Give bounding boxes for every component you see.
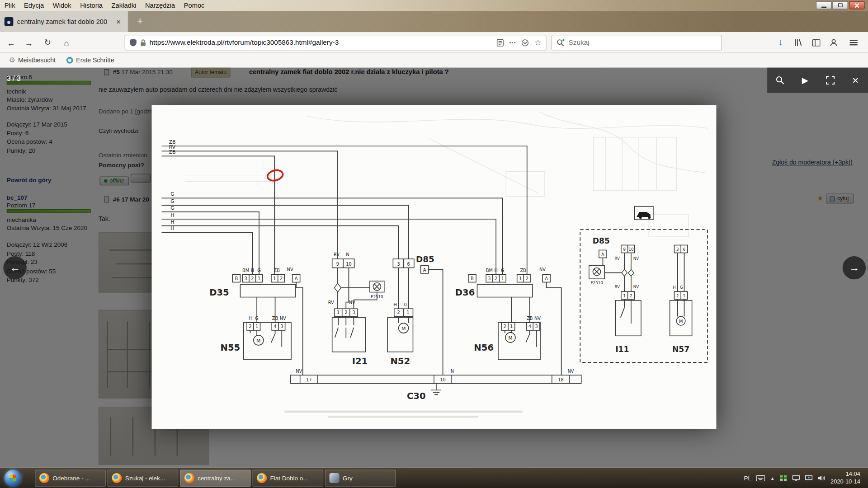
- restore-button[interactable]: [833, 1, 848, 9]
- diagram-label: 3: [280, 324, 283, 329]
- firefox-icon: [112, 473, 122, 483]
- taskbar-app-odebrane[interactable]: Odebrane - ...: [35, 469, 106, 487]
- zoom-button[interactable]: [772, 72, 788, 89]
- bookmark-star-icon[interactable]: ☆: [534, 38, 541, 47]
- taskbar-clock[interactable]: 14:04 2020-10-14: [830, 470, 860, 485]
- slideshow-play-button[interactable]: ▶: [797, 72, 813, 89]
- diagram-label: N56: [474, 343, 494, 353]
- gallery-next-button[interactable]: →: [843, 256, 866, 279]
- diagram-label: 1: [501, 276, 504, 281]
- taskbar-app-szukaj[interactable]: Szukaj - elek...: [108, 469, 179, 487]
- url-bar[interactable]: ••• ☆: [125, 35, 547, 50]
- diagram-label: RV: [334, 252, 340, 257]
- gallery-close-button[interactable]: ×: [847, 72, 864, 89]
- close-button[interactable]: [849, 1, 864, 9]
- diagram-label: A: [545, 276, 548, 281]
- diagram-label: 1: [519, 276, 522, 281]
- desktop: Plik Edycja Widok Historia Zakładki Narz…: [0, 0, 868, 488]
- diagram-labels: ZBRVZBGGGHHHBMHGZBNVB32112AD35HGZBNV2143…: [169, 139, 689, 401]
- diagram-label: NV: [280, 316, 286, 321]
- taskbar-app-label: Fiat Doblo o...: [270, 475, 308, 482]
- library-button[interactable]: [791, 35, 806, 50]
- diagram-label: 1: [510, 324, 513, 329]
- network-share-icon[interactable]: [779, 475, 787, 482]
- taskbar-app-gry[interactable]: Gry: [325, 469, 396, 487]
- gallery-prev-button[interactable]: ←: [3, 256, 26, 279]
- diagram-label: G: [170, 191, 175, 197]
- minimize-button[interactable]: [816, 1, 831, 9]
- gear-icon: ⚙: [9, 56, 15, 64]
- display-icon[interactable]: [793, 475, 800, 482]
- diagram-label: 9: [336, 262, 339, 267]
- diagram-label: 10: [346, 262, 351, 267]
- new-tab-button[interactable]: +: [133, 14, 147, 29]
- wiring-diagram-image[interactable]: ZBRVZBGGGHHHBMHGZBNVB32112AD35HGZBNV2143…: [152, 105, 717, 429]
- diagram-label: H: [170, 212, 174, 218]
- sidebars-button[interactable]: [808, 35, 824, 50]
- diagram-label: N52: [390, 356, 410, 366]
- volume-icon[interactable]: [818, 475, 826, 482]
- diagram-label: BM: [486, 268, 493, 273]
- fullscreen-button[interactable]: [822, 72, 839, 89]
- url-input[interactable]: [150, 39, 493, 47]
- diagram-label: 6: [407, 262, 410, 267]
- diagram-label: ZB: [169, 149, 175, 155]
- magnifier-icon: [775, 76, 784, 85]
- tray-expand-icon[interactable]: ▲: [770, 475, 775, 480]
- language-indicator[interactable]: PL: [744, 475, 751, 482]
- diagram-label: NV: [539, 267, 546, 272]
- diagram-label: 3: [676, 247, 679, 252]
- home-button[interactable]: ⌂: [59, 35, 74, 50]
- bookmark-erste-schritte[interactable]: Erste Schritte: [63, 56, 118, 65]
- diagram-label: 9: [623, 247, 625, 252]
- diagram-label: NV: [349, 300, 355, 305]
- red-annotation-circle: [266, 169, 284, 182]
- bookmark-meistbesucht[interactable]: ⚙ Meistbesucht: [5, 55, 59, 65]
- gallery-counter: 3 / 3: [7, 74, 21, 82]
- lock-icon[interactable]: [140, 39, 146, 46]
- reader-view-icon[interactable]: [496, 39, 504, 46]
- back-button[interactable]: ←: [3, 35, 19, 50]
- keyboard-icon[interactable]: [756, 475, 765, 481]
- diagram-label: 4: [274, 324, 276, 329]
- search-bar[interactable]: [552, 35, 722, 50]
- menu-edycja[interactable]: Edycja: [19, 1, 48, 10]
- minimize-icon: [821, 7, 826, 8]
- tracking-shield-icon[interactable]: [130, 39, 137, 47]
- diagram-label: 3: [488, 276, 491, 281]
- gallery-image-frame: ZBRVZBGGGHHHBMHGZBNVB32112AD35HGZBNV2143…: [152, 105, 717, 429]
- diagram-label: G: [501, 268, 505, 273]
- browser-tab[interactable]: e centralny zamek fiat doblo 200 ×: [0, 11, 128, 32]
- menu-zakladki[interactable]: Zakładki: [107, 1, 141, 10]
- menu-historia[interactable]: Historia: [75, 1, 107, 10]
- diagram-label: 2: [249, 324, 251, 329]
- account-button[interactable]: [826, 35, 841, 50]
- search-input[interactable]: [569, 39, 717, 47]
- pocket-icon[interactable]: [522, 39, 529, 46]
- diagram-label: 10: [440, 377, 445, 382]
- diagram-label: M: [256, 338, 261, 344]
- media-player-icon[interactable]: [805, 475, 813, 482]
- downloads-button[interactable]: ↓: [773, 35, 788, 50]
- diagram-label: A: [601, 252, 604, 257]
- diagram-label: 10: [628, 247, 633, 252]
- account-icon: [830, 39, 838, 47]
- app-menu-button[interactable]: [846, 35, 861, 50]
- menu-pomoc[interactable]: Pomoc: [179, 1, 209, 10]
- reload-button[interactable]: ↻: [40, 35, 55, 50]
- page-actions-icon[interactable]: •••: [509, 40, 516, 45]
- system-tray: PL ▲ 14:04 2020-10-14: [744, 470, 868, 485]
- menu-narzedzia[interactable]: Narzędzia: [141, 1, 179, 10]
- forward-button[interactable]: →: [21, 35, 37, 50]
- taskbar-app-label: Odebrane - ...: [52, 475, 90, 482]
- menu-plik[interactable]: Plik: [0, 1, 19, 10]
- fullscreen-icon: [826, 76, 835, 85]
- diagram-label: 1: [623, 294, 625, 298]
- tab-close-icon[interactable]: ×: [113, 17, 123, 26]
- diagram-label: D36: [455, 287, 475, 298]
- start-button[interactable]: [5, 470, 21, 487]
- menu-widok[interactable]: Widok: [48, 1, 75, 10]
- taskbar-app-centralny[interactable]: centralny za...: [180, 469, 251, 487]
- diagram-label: 3: [535, 324, 538, 329]
- taskbar-app-fiat[interactable]: Fiat Doblo o...: [252, 469, 323, 487]
